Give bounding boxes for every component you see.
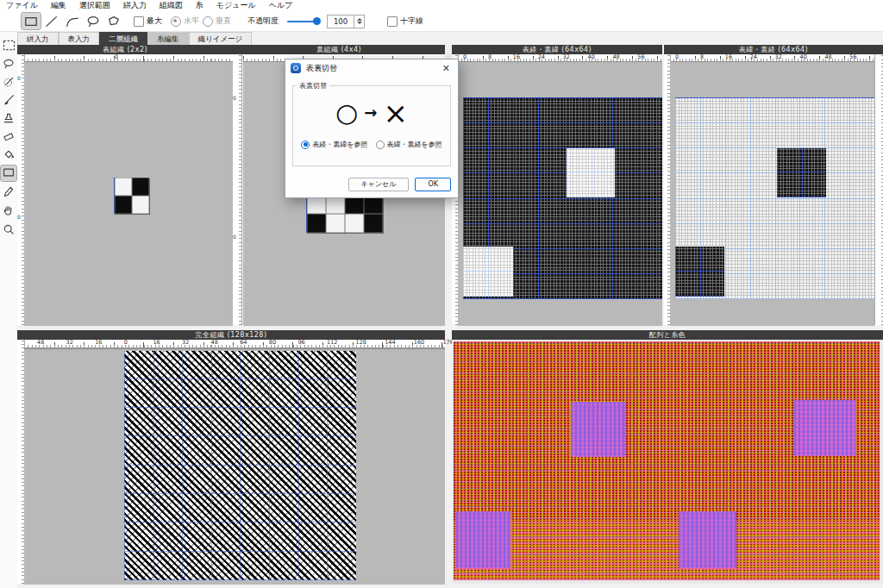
opacity-slider[interactable] (287, 17, 322, 26)
ruler-number: 48 (37, 339, 44, 346)
polygon-lasso-tool-button[interactable] (104, 13, 123, 29)
back-weave-vruler: 0 0 (233, 54, 242, 325)
front-weave-grid[interactable] (114, 178, 149, 214)
opacity-spin-arrows[interactable] (354, 16, 364, 28)
weft-face-black-region (675, 247, 724, 297)
warp-weft-radio[interactable] (301, 141, 310, 149)
dialog-title-bar[interactable]: 表裏切替 ✕ (285, 59, 458, 77)
dialog-buttons: キャンセル OK (348, 178, 451, 191)
ruler-number: 32 (563, 53, 570, 60)
warp-face-white-region (463, 247, 513, 297)
crosshair-checkbox[interactable] (387, 16, 398, 27)
selection-brush-icon (2, 76, 16, 90)
full-weave-canvas[interactable] (24, 348, 445, 585)
hand-icon (2, 204, 16, 218)
weft-face-canvas[interactable] (670, 61, 874, 326)
ruler-number: 0 (463, 53, 467, 60)
color-weave-view[interactable] (454, 341, 880, 580)
weave-cell (115, 178, 132, 196)
arc-tool-button[interactable] (63, 13, 82, 29)
ruler-number: 0 (17, 75, 21, 81)
ruler-number: 56 (637, 53, 644, 60)
weave-cell (132, 178, 149, 196)
front-weave-panel: 表組織 (2x2) 0 0 0 (17, 45, 233, 325)
ruler-number: 16 (153, 339, 160, 346)
horizontal-label: 水平 (184, 16, 199, 27)
ruler-number: 40 (800, 53, 807, 60)
ruler-number: 64 (240, 339, 247, 346)
menu-item-weave-diagram[interactable]: 組織図 (160, 0, 183, 11)
warp-weft-radio-label: 表経・裏緯を参照 (312, 140, 367, 149)
dialog-close-icon[interactable]: ✕ (440, 63, 453, 74)
weft-face-black-region (777, 148, 826, 197)
pencil-tool[interactable] (1, 185, 16, 200)
opacity-spinbox[interactable]: 100 (327, 15, 365, 28)
menu-item-edit[interactable]: 編集 (51, 0, 66, 11)
ruler-number: 48 (824, 53, 831, 60)
menu-item-thread[interactable]: 糸 (196, 0, 204, 11)
weft-face-right-ruler (874, 54, 883, 325)
warp-weft-radio-option[interactable]: 表経・裏緯を参照 (301, 140, 367, 149)
dialog-group-box: 表裏切替 ○ → × 表経・裏緯を参照 表緯・裏経を参照 (292, 85, 451, 166)
zoom-tool[interactable] (1, 222, 16, 238)
eraser-icon (2, 130, 16, 144)
max-checkbox[interactable] (134, 16, 144, 27)
front-weave-panel-title: 表組織 (2x2) (17, 45, 233, 54)
menu-item-module[interactable]: モジュール (216, 0, 256, 11)
opacity-slider-thumb[interactable] (313, 17, 321, 25)
lasso-tool[interactable] (1, 57, 16, 72)
ruler-number: 112 (327, 339, 337, 346)
eraser-tool[interactable] (1, 129, 16, 145)
cancel-button[interactable]: キャンセル (348, 178, 410, 191)
tab-thread-edit[interactable]: 糸編集 (147, 32, 189, 45)
front-weave-canvas[interactable] (24, 61, 233, 326)
menu-item-kasuri-input[interactable]: 絣入力 (123, 0, 147, 11)
stamp-tool[interactable] (1, 111, 16, 127)
menu-item-help[interactable]: ヘルプ (269, 0, 293, 11)
menu-item-selection[interactable]: 選択範囲 (79, 0, 110, 11)
dialog-group-label: 表裏切替 (297, 81, 329, 91)
front-back-toggle-dialog: 表裏切替 ✕ 表裏切替 ○ → × 表経・裏緯を参照 表緯・裏経を参照 (285, 59, 459, 198)
purple-patch (456, 511, 510, 568)
spin-up-icon[interactable] (357, 18, 362, 21)
lasso-icon (2, 58, 16, 72)
ruler-number: 8 (700, 53, 704, 60)
ruler-number: 24 (538, 53, 545, 60)
toolbar: 最大 水平 垂直 不透明度 100 十字線 (0, 11, 883, 32)
ruler-number: 0 (233, 95, 236, 101)
horizontal-radio[interactable] (171, 16, 181, 27)
weft-face-grid[interactable] (675, 97, 874, 299)
paint-bucket-tool[interactable] (1, 147, 16, 163)
vertical-radio[interactable] (203, 16, 213, 27)
marquee-tool[interactable] (1, 38, 16, 53)
arc-icon (65, 15, 80, 28)
vertical-label: 垂直 (216, 16, 231, 27)
opacity-value[interactable]: 100 (328, 16, 354, 28)
spin-down-icon[interactable] (357, 22, 362, 24)
tab-kasuri-input[interactable]: 絣入力 (17, 32, 59, 45)
brush-tool[interactable] (1, 93, 16, 109)
weave-cell (307, 214, 326, 233)
pencil-icon (2, 185, 16, 199)
weft-warp-radio-option[interactable]: 表緯・裏経を参照 (376, 140, 442, 149)
selection-brush-tool[interactable] (1, 75, 16, 91)
warp-face-grid[interactable] (463, 97, 662, 299)
menu-item-file[interactable]: ファイル (6, 0, 38, 11)
opacity-label: 不透明度 (247, 16, 279, 27)
purple-patch (571, 402, 626, 457)
tab-double-weave[interactable]: 二層組織 (99, 32, 147, 45)
lasso-tool-button[interactable] (84, 13, 103, 29)
rectangle-select-tool-button[interactable] (22, 13, 41, 29)
ruler-number: 48 (211, 339, 218, 346)
ruler-number: 80 (269, 339, 276, 346)
weft-warp-radio[interactable] (376, 141, 385, 149)
ruler-number: 48 (612, 53, 619, 60)
warp-face-canvas[interactable] (458, 61, 662, 326)
tab-front-input[interactable]: 表入力 (59, 32, 100, 45)
line-tool-button[interactable] (42, 13, 61, 29)
hand-tool[interactable] (1, 203, 16, 219)
ok-button[interactable]: OK (415, 178, 451, 191)
circle-glyph: ○ (335, 100, 358, 126)
tab-weave-image[interactable]: 織りイメージ (189, 32, 253, 45)
rectangle-tool[interactable] (1, 166, 16, 181)
